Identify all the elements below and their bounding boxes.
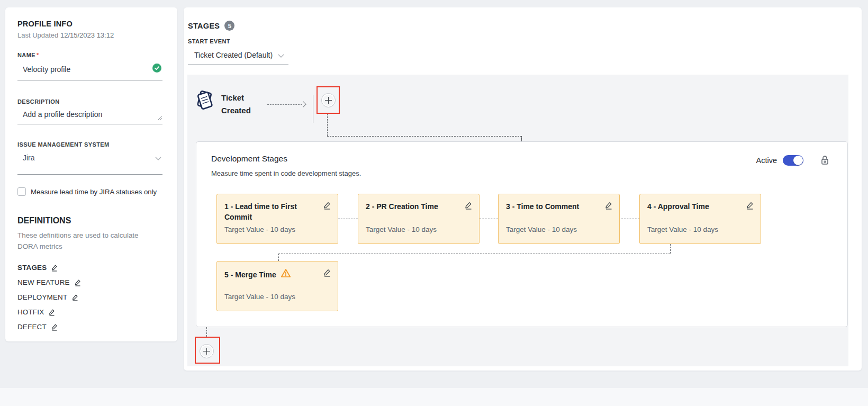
ticket-icon <box>193 88 217 114</box>
definition-item-new-feature: NEW FEATURE <box>17 278 162 286</box>
stage-title: 1 - Lead time to First Commit <box>224 201 304 222</box>
stage-card-3[interactable]: 3 - Time to Comment Target Value - 10 da… <box>498 194 620 244</box>
add-stage-button-bottom[interactable] <box>200 344 214 358</box>
definitions-list: STAGES NEW FEATURE DEPLOYMENT HOTFIX DEF… <box>17 264 162 331</box>
valid-check-icon <box>152 64 161 75</box>
definitions-title: DEFINITIONS <box>17 216 162 225</box>
edit-icon[interactable] <box>323 268 331 277</box>
connector-arrow-line <box>267 104 302 105</box>
definition-item-hotfix: HOTFIX <box>17 308 162 316</box>
warning-icon <box>281 268 291 281</box>
stage-target-value: Target Value - 10 days <box>506 225 577 233</box>
edit-icon[interactable] <box>51 323 58 331</box>
development-stages-panel: Development Stages Measure time spent in… <box>196 141 848 327</box>
profile-info-panel: PROFILE INFO Last Updated 12/15/2023 13:… <box>5 7 177 341</box>
lead-time-checkbox-row[interactable]: Measure lead time by JIRA statuses only <box>17 187 162 196</box>
connector-line <box>621 219 639 219</box>
toggle-knob <box>793 156 803 165</box>
last-updated: Last Updated 12/15/2023 13:12 <box>17 31 162 39</box>
start-event-value[interactable]: Ticket Created (Default) <box>194 51 273 59</box>
chevron-down-icon <box>155 153 161 163</box>
stages-count-badge: 5 <box>224 21 234 31</box>
description-field[interactable]: Add a profile description <box>17 109 162 124</box>
connector-line <box>670 244 671 254</box>
stage-card-1[interactable]: 1 - Lead time to First Commit Target Val… <box>216 194 338 244</box>
development-stages-header-right: Active <box>756 155 830 166</box>
active-label: Active <box>756 156 777 165</box>
edit-icon[interactable] <box>604 201 613 210</box>
connector-line <box>480 219 498 219</box>
development-stages-header: Development Stages Measure time spent in… <box>196 142 847 177</box>
stage-target-value: Target Value - 10 days <box>647 225 718 233</box>
start-event-select[interactable]: Ticket Created (Default) <box>188 48 288 65</box>
insert-position-bar <box>313 95 313 123</box>
name-field[interactable]: Velocity profile <box>17 62 162 80</box>
edit-icon[interactable] <box>48 309 56 316</box>
issue-management-value[interactable]: Jira <box>23 154 35 162</box>
connector-arrow-head <box>300 101 306 107</box>
stage-target-value: Target Value - 10 days <box>366 225 437 233</box>
edit-icon[interactable] <box>74 279 82 286</box>
connector-line <box>327 114 328 136</box>
name-label: NAME* <box>17 52 162 58</box>
stage-title: 3 - Time to Comment <box>506 201 579 212</box>
connector-line <box>278 254 279 261</box>
development-stages-header-left: Development Stages Measure time spent in… <box>211 154 361 177</box>
definition-item-deployment: DEPLOYMENT <box>17 293 162 301</box>
stage-target-value: Target Value - 10 days <box>224 293 295 301</box>
edit-icon[interactable] <box>464 201 473 210</box>
stage-target-value: Target Value - 10 days <box>224 225 295 233</box>
lead-time-checkbox[interactable] <box>17 187 26 196</box>
definitions-subtitle: These definitions are used to calculate … <box>17 230 153 252</box>
development-stages-title: Development Stages <box>211 154 361 164</box>
connector-line <box>278 254 670 254</box>
active-toggle[interactable] <box>783 155 803 166</box>
start-event-label: START EVENT <box>188 38 230 44</box>
lead-time-checkbox-label[interactable]: Measure lead time by JIRA statuses only <box>31 188 157 196</box>
stages-title: STAGES <box>188 22 220 30</box>
name-value[interactable]: Velocity profile <box>23 65 70 74</box>
stages-header: STAGES 5 <box>188 21 234 31</box>
add-stage-button-top[interactable] <box>321 93 336 107</box>
stage-title: 2 - PR Creation Time <box>366 201 438 212</box>
definition-item-stages: STAGES <box>17 264 162 272</box>
edit-icon[interactable] <box>71 294 79 301</box>
connector-line <box>327 136 522 137</box>
page-bottom-strip <box>0 388 868 406</box>
stage-card-4[interactable]: 4 - Approval Time Target Value - 10 days <box>639 194 761 244</box>
stage-title: 4 - Approval Time <box>647 201 709 212</box>
description-placeholder[interactable]: Add a profile description <box>23 110 102 119</box>
resize-handle-icon[interactable] <box>158 113 162 122</box>
required-asterisk: * <box>37 52 39 58</box>
edit-icon[interactable] <box>323 201 331 210</box>
edit-icon[interactable] <box>746 201 754 210</box>
definition-item-defect: DEFECT <box>17 323 162 331</box>
last-updated-label: Last Updated <box>17 31 58 39</box>
stage-card-5[interactable]: 5 - Merge Time Target Value - 10 days <box>216 261 338 311</box>
development-stages-subtitle: Measure time spent in code development s… <box>211 169 361 177</box>
start-node-label: Ticket Created <box>221 92 261 117</box>
connector-line <box>206 327 207 337</box>
last-updated-value: 12/15/2023 13:12 <box>60 31 114 39</box>
stages-flow-canvas: Ticket Created Development Stages Measur… <box>187 75 848 366</box>
stage-title: 5 - Merge Time <box>224 269 276 280</box>
chevron-down-icon <box>278 51 284 59</box>
lock-icon[interactable] <box>820 155 829 166</box>
issue-management-label: ISSUE MANAGEMENT SYSTEM <box>17 141 162 148</box>
profile-info-title: PROFILE INFO <box>17 20 162 28</box>
stages-panel: STAGES 5 START EVENT Ticket Created (Def… <box>184 7 862 371</box>
edit-icon[interactable] <box>51 264 58 272</box>
description-label: DESCRIPTION <box>17 98 162 105</box>
issue-management-select[interactable]: Jira <box>17 152 162 175</box>
stage-card-2[interactable]: 2 - PR Creation Time Target Value - 10 d… <box>358 194 480 244</box>
connector-line <box>338 219 358 219</box>
